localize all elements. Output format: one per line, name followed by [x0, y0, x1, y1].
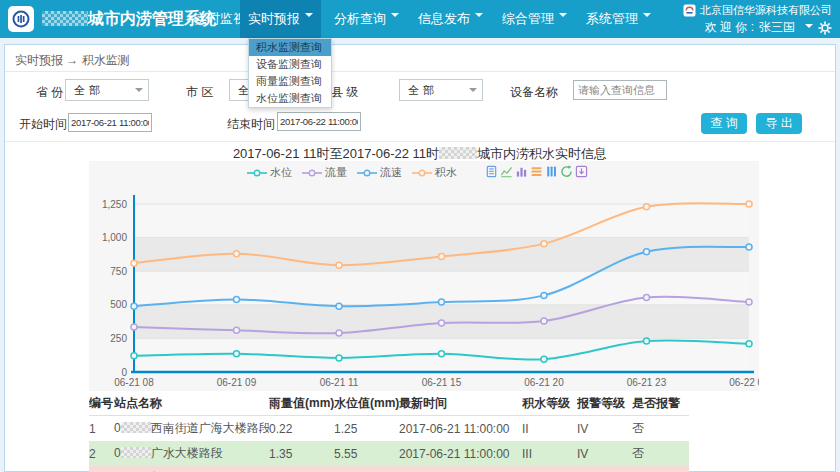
svg-text:06-21 08: 06-21 08 — [114, 377, 154, 388]
legend-marker-icon — [412, 169, 432, 177]
breadcrumb-section: 实时预报 — [15, 53, 63, 67]
legend-marker-icon — [247, 169, 267, 177]
table-cell: III — [522, 441, 577, 466]
table-row[interactable]: 10西南街道广海大楼路段0.221.252017-06-21 11:00:00I… — [89, 416, 689, 442]
legend-marker-icon — [302, 169, 322, 177]
stack-icon[interactable] — [530, 165, 543, 178]
save-image-icon[interactable] — [575, 165, 588, 178]
nav-item-comprehensive-mgmt[interactable]: 综合管理 — [494, 0, 575, 38]
redacted-text — [121, 447, 151, 458]
redacted-text — [42, 11, 88, 26]
table-cell: 2017-06-21 11:00:00 — [399, 466, 522, 472]
welcome-label: 欢 迎 你 : — [705, 19, 754, 36]
nav-item-analysis-query[interactable]: 分析查询 — [326, 0, 407, 38]
legend-item[interactable]: 流量 — [302, 165, 347, 180]
province-label: 省 份 — [36, 84, 63, 101]
legend-marker-icon — [357, 169, 377, 177]
end-time-label: 结束时间 — [227, 116, 275, 133]
user-name[interactable]: 张三国 — [759, 19, 795, 36]
caret-down-icon — [643, 13, 651, 21]
table-cell: 2017-06-21 11:00:00 — [399, 441, 522, 466]
column-header: 最新时间 — [399, 391, 522, 416]
table-cell: 5.55 — [334, 441, 399, 466]
province-select[interactable]: 全部 — [65, 79, 149, 101]
top-header-bar: 城市内涝管理系统 实时监视 实时预报 分析查询 信息发布 综合管理 系统管理 北… — [0, 0, 840, 38]
caret-down-icon — [475, 13, 483, 21]
table-cell: 2017-06-21 11:00:00 — [399, 416, 522, 442]
caret-down-icon — [805, 24, 813, 32]
column-header: 是否报警 — [632, 391, 689, 416]
table-cell: 0.22 — [269, 416, 334, 442]
main-panel: 实时预报 → 积水监测 省 份 全部 市 区 全部 县 级 全部 设备名称 开始… — [4, 44, 836, 472]
table-cell: IV — [577, 416, 632, 442]
svg-text:06-21 20: 06-21 20 — [524, 377, 564, 388]
svg-text:1,000: 1,000 — [102, 232, 127, 243]
legend-item[interactable]: 水位 — [247, 165, 292, 180]
forecast-dropdown-menu: 积水监测查询 设备监测查询 雨量监测查询 水位监测查询 — [248, 38, 332, 108]
column-header: 雨量值(mm) — [269, 391, 334, 416]
table-row[interactable]: 20广水大楼路段1.355.552017-06-21 11:00:00IIIIV… — [89, 441, 689, 466]
breadcrumb-arrow-icon: → — [66, 53, 78, 67]
tiled-icon[interactable] — [545, 165, 558, 178]
table-cell: 3.23 — [334, 466, 399, 472]
table-cell: 3 — [89, 466, 114, 472]
line-chart-icon[interactable] — [500, 165, 513, 178]
chart-toolbox — [485, 165, 588, 178]
bar-chart-icon[interactable] — [515, 165, 528, 178]
county-select[interactable]: 全部 — [399, 79, 483, 101]
export-button[interactable]: 导 出 — [756, 113, 802, 134]
legend-item[interactable]: 积水 — [412, 165, 457, 180]
divider — [5, 141, 835, 142]
table-cell: 1.25 — [334, 416, 399, 442]
menu-item-device-monitor-query[interactable]: 设备监测查询 — [249, 56, 331, 73]
end-time-input[interactable] — [277, 112, 361, 131]
app-logo — [8, 6, 34, 32]
legend-item[interactable]: 流速 — [357, 165, 402, 180]
breadcrumb: 实时预报 → 积水监测 — [15, 52, 130, 69]
gear-icon[interactable] — [818, 21, 832, 35]
breadcrumb-page: 积水监测 — [82, 53, 130, 67]
station-name-cell: 0广水大楼路段 — [114, 441, 269, 466]
device-name-input[interactable] — [573, 80, 667, 100]
station-name-cell: 0美玉大楼路段 — [114, 466, 269, 472]
divider — [5, 71, 835, 72]
table-cell: 否 — [632, 466, 689, 472]
monitoring-table: 编号站点名称雨量值(mm)水位值(mm)最新时间积水等级报警等级是否报警 10西… — [89, 391, 689, 472]
line-chart-svg: 02505007501,0001,25006-21 0806-21 0906-2… — [89, 161, 759, 391]
menu-item-rainfall-monitor-query[interactable]: 雨量监测查询 — [249, 73, 331, 90]
caret-down-icon — [469, 88, 477, 96]
nav-item-system-mgmt[interactable]: 系统管理 — [578, 0, 659, 38]
data-view-icon[interactable] — [485, 165, 498, 178]
table-header-row: 编号站点名称雨量值(mm)水位值(mm)最新时间积水等级报警等级是否报警 — [89, 391, 689, 416]
start-time-input[interactable] — [68, 113, 152, 132]
menu-item-waterlevel-monitor-query[interactable]: 水位监测查询 — [249, 90, 331, 107]
welcome-area: 欢 迎 你 : 张三国 — [705, 19, 832, 36]
column-header: 报警等级 — [577, 391, 632, 416]
svg-text:750: 750 — [110, 266, 127, 277]
table-cell: 否 — [632, 441, 689, 466]
svg-text:06-21 23: 06-21 23 — [627, 377, 667, 388]
table-cell: III — [577, 466, 632, 472]
svg-text:250: 250 — [110, 333, 127, 344]
table-cell: 0.50 — [269, 466, 334, 472]
app-logo-icon — [11, 9, 31, 29]
table-cell: I — [522, 466, 577, 472]
nav-item-info-publish[interactable]: 信息发布 — [410, 0, 491, 38]
start-time-label: 开始时间 — [19, 116, 67, 133]
menu-item-water-accumulation-query[interactable]: 积水监测查询 — [249, 39, 331, 56]
company-name: 北京国信华源科技有限公司 — [683, 3, 832, 18]
nav-item-realtime-forecast[interactable]: 实时预报 — [240, 0, 321, 38]
table-cell: II — [522, 416, 577, 442]
station-name-cell: 0西南街道广海大楼路段 — [114, 416, 269, 442]
svg-text:06-22 09: 06-22 09 — [729, 377, 759, 388]
table-cell: 2 — [89, 441, 114, 466]
query-button[interactable]: 查 询 — [701, 113, 747, 134]
refresh-icon[interactable] — [560, 165, 573, 178]
svg-text:06-21 11: 06-21 11 — [320, 377, 359, 388]
svg-text:500: 500 — [110, 299, 127, 310]
column-header: 积水等级 — [522, 391, 577, 416]
caret-down-icon — [135, 88, 143, 96]
table-row[interactable]: 30美玉大楼路段0.503.232017-06-21 11:00:00IIII否 — [89, 466, 689, 472]
redacted-text — [439, 147, 477, 159]
svg-text:0: 0 — [121, 367, 127, 378]
